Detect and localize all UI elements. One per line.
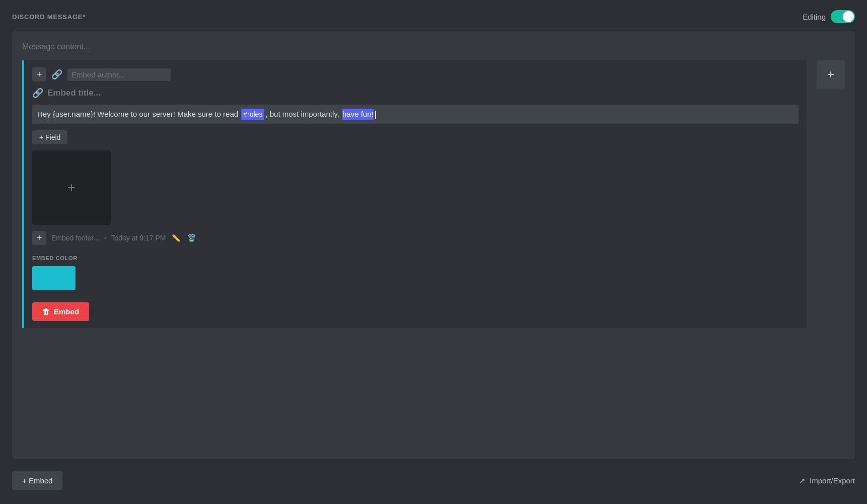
embed-title-input[interactable] bbox=[47, 88, 158, 98]
add-field-btn[interactable]: + Field bbox=[32, 130, 67, 144]
footer-edit-btn[interactable]: ✏️ bbox=[171, 233, 181, 243]
footer-dot: • bbox=[104, 235, 106, 241]
footer-timestamp: Today at 9:17 PM bbox=[111, 234, 166, 242]
embed-block: + 🔗 🔗 Hey {user.name}! Welcome to our se… bbox=[22, 60, 807, 328]
delete-icon: 🗑 bbox=[42, 307, 50, 316]
main-editor: + 🔗 🔗 Hey {user.name}! Welcome to our se… bbox=[12, 31, 855, 459]
add-footer-btn[interactable]: + bbox=[32, 231, 46, 245]
color-section-label: EMBED COLOR bbox=[32, 255, 799, 261]
link-icon: 🔗 bbox=[51, 69, 62, 80]
import-export-label: Import/Export bbox=[810, 476, 855, 485]
embed-body-display[interactable]: Hey {user.name}! Welcome to our server! … bbox=[32, 105, 799, 124]
embed-color-section: EMBED COLOR bbox=[32, 255, 799, 290]
delete-embed-label: Embed bbox=[54, 307, 79, 316]
embed-author-input[interactable] bbox=[67, 68, 171, 81]
embed-author-row: + 🔗 bbox=[32, 67, 799, 81]
embed-color-swatch[interactable] bbox=[32, 266, 76, 290]
add-author-btn[interactable]: + bbox=[32, 67, 46, 81]
image-upload-box[interactable]: + bbox=[32, 150, 111, 225]
rules-mention: #rules bbox=[241, 109, 264, 120]
editing-label: Editing bbox=[803, 13, 826, 21]
footer-delete-btn[interactable]: 🗑️ bbox=[186, 233, 197, 243]
selected-text-have-fun: have fun! bbox=[342, 109, 374, 120]
editing-toggle: Editing bbox=[803, 10, 855, 23]
add-field-label: + Field bbox=[39, 133, 60, 141]
toggle-knob bbox=[843, 11, 854, 22]
body-text-middle: , but most importantly, bbox=[265, 109, 341, 120]
embed-title-row: 🔗 bbox=[32, 88, 799, 99]
editing-toggle-switch[interactable] bbox=[831, 10, 855, 23]
header-bar: DISCORD MESSAGE* Editing bbox=[12, 10, 855, 23]
embed-and-side: + 🔗 🔗 Hey {user.name}! Welcome to our se… bbox=[22, 60, 845, 328]
import-icon: ↗ bbox=[799, 476, 806, 485]
title-link-icon: 🔗 bbox=[32, 88, 43, 99]
embed-image-row: + bbox=[32, 150, 799, 225]
import-export-btn[interactable]: ↗ Import/Export bbox=[799, 476, 855, 485]
embed-right-add-btn[interactable]: + bbox=[817, 60, 845, 89]
page-title: DISCORD MESSAGE* bbox=[12, 13, 86, 21]
embed-footer-row: + Embed footer... • Today at 9:17 PM ✏️ … bbox=[32, 231, 799, 245]
add-embed-btn[interactable]: + Embed bbox=[12, 471, 62, 490]
bottom-bar: + Embed ↗ Import/Export bbox=[12, 467, 855, 494]
image-upload-plus-icon: + bbox=[67, 180, 76, 196]
add-embed-label: + Embed bbox=[22, 476, 52, 485]
text-cursor bbox=[375, 111, 376, 119]
footer-placeholder: Embed footer... bbox=[51, 234, 99, 242]
delete-embed-btn[interactable]: 🗑 Embed bbox=[32, 302, 89, 321]
message-content-input[interactable] bbox=[22, 40, 845, 53]
body-text-before-rules: Hey {user.name}! Welcome to our server! … bbox=[37, 109, 240, 120]
